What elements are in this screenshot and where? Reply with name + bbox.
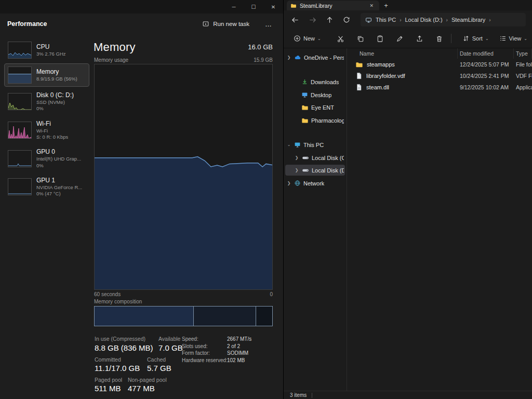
minimize-button[interactable]: ─	[224, 0, 244, 14]
breadcrumb-this-pc[interactable]: This PC	[376, 17, 396, 23]
delete-button[interactable]	[432, 32, 447, 45]
sort-button[interactable]: Sort ⌄	[459, 32, 493, 45]
nav-item-this-pc[interactable]: ⌄ This PC	[285, 139, 345, 150]
cached-label: Cached	[147, 356, 166, 363]
chevron-down-icon: ⌄	[485, 36, 489, 41]
nav-label: Local Disk (C:)	[312, 155, 344, 161]
up-button[interactable]	[324, 14, 335, 26]
column-header-row: Name Date modified Type	[347, 48, 532, 59]
nav-item-network[interactable]: ❯ Network	[285, 178, 345, 189]
more-options-button[interactable]: …	[261, 18, 276, 30]
view-button[interactable]: View ⌄	[496, 32, 531, 45]
maximize-button[interactable]: ☐	[244, 0, 263, 14]
cut-button[interactable]	[333, 32, 348, 45]
file-row-steam-dll[interactable]: steam.dll 9/12/2025 10:02 AM Application	[347, 82, 532, 93]
file-icon	[355, 72, 363, 79]
sidebar-item-disk0[interactable]: Disk 0 (C: D:) SSD (NVMe) 0%	[4, 88, 89, 115]
folder-icon	[301, 117, 309, 124]
sidebar-gpu0-sub2: 0%	[36, 163, 81, 169]
column-header-type[interactable]: Type	[514, 48, 532, 59]
download-icon	[301, 78, 308, 85]
chevron-down-icon: ⌄	[524, 36, 527, 41]
sidebar-wifi-sub2: S: 0 R: 0 Kbps	[36, 134, 68, 140]
nav-item-pharmacology[interactable]: Pharmacology	[285, 115, 345, 126]
non-paged-pool-value: 477 MB	[128, 384, 155, 393]
tab-close-button[interactable]: ✕	[367, 3, 376, 9]
column-header-date-modified[interactable]: Date modified	[458, 48, 514, 59]
x-axis-left-label: 60 seconds	[94, 291, 121, 297]
new-tab-button[interactable]: +	[379, 1, 393, 10]
rename-button[interactable]	[392, 32, 407, 45]
committed-label: Committed	[95, 356, 121, 363]
memory-capacity: 16.0 GB	[248, 43, 273, 51]
sidebar-item-gpu1[interactable]: GPU 1 NVIDIA GeForce R... 0% (47 °C)	[4, 174, 89, 201]
gpu1-mini-graph	[8, 178, 32, 195]
run-new-task-button[interactable]: Run new task	[198, 18, 254, 30]
chevron-right-icon: ❯	[294, 155, 299, 160]
copy-button[interactable]	[353, 32, 368, 45]
paste-button[interactable]	[373, 32, 388, 45]
nav-item-local-disk-d[interactable]: ❯ Local Disk (D:)	[285, 165, 345, 176]
file-name: steamapps	[367, 61, 395, 68]
file-row-steamapps[interactable]: steamapps 12/24/2025 5:07 PM File folder	[347, 59, 532, 70]
file-type: Application	[514, 84, 532, 90]
back-button[interactable]	[290, 14, 300, 26]
slots-value: 2 of 2	[227, 343, 240, 349]
refresh-button[interactable]	[341, 14, 352, 26]
disk-drive-icon	[302, 154, 309, 162]
file-explorer-window: SteamLibrary ✕ + This PC › Local Dis	[283, 0, 532, 399]
file-row-libraryfolder-vdf[interactable]: libraryfolder.vdf 10/24/2025 2:41 PM VDF…	[347, 70, 532, 82]
column-header-name[interactable]: Name	[347, 48, 458, 59]
forward-button[interactable]	[307, 14, 317, 26]
view-icon	[499, 35, 507, 42]
file-type: VDF File	[514, 73, 532, 79]
committed-value: 11.1/17.0 GB	[95, 364, 140, 373]
hardware-reserved-label: Hardware reserved:	[182, 357, 227, 363]
desktop: ─ ☐ ✕ Performance Run new task … CPU 3% …	[0, 0, 532, 399]
cut-icon	[337, 35, 344, 43]
explorer-body: ❯ OneDrive - Personal Downloads Desktop …	[284, 48, 532, 391]
nav-item-onedrive[interactable]: ❯ OneDrive - Personal	[285, 52, 345, 63]
nav-item-local-disk-c[interactable]: ❯ Local Disk (C:)	[285, 152, 345, 163]
chevron-right-icon: ❯	[286, 181, 291, 185]
nav-item-desktop[interactable]: Desktop	[285, 89, 345, 100]
speed-label: Speed:	[182, 336, 227, 342]
file-list: Name Date modified Type steamapps 12/24/…	[347, 48, 532, 391]
this-pc-icon	[294, 141, 301, 148]
nav-item-eye-ent[interactable]: Eye ENT	[285, 102, 345, 113]
memory-usage-label: Memory usage	[94, 57, 128, 63]
breadcrumb-local-disk-d[interactable]: Local Disk (D:)	[405, 17, 442, 23]
paged-pool-label: Paged pool	[95, 377, 122, 383]
file-name: steam.dll	[366, 84, 389, 90]
sidebar-disk0-sub1: SSD (NVMe)	[36, 99, 74, 105]
memory-scale-top: 15.9 GB	[254, 57, 273, 63]
tab-steamlibrary[interactable]: SteamLibrary ✕	[287, 1, 379, 10]
explorer-toolbar: New ⌄	[284, 29, 532, 48]
nav-label: This PC	[303, 142, 324, 148]
file-name: libraryfolder.vdf	[366, 73, 405, 79]
chevron-right-icon: ›	[400, 17, 401, 23]
chevron-right-icon: ❯	[286, 55, 291, 60]
cached-value: 5.7 GB	[147, 364, 171, 373]
nav-item-downloads[interactable]: Downloads	[285, 76, 345, 87]
run-new-task-label: Run new task	[213, 21, 249, 27]
form-factor-value: SODIMM	[227, 350, 248, 356]
sidebar-memory-sub: 8.9/15.9 GB (56%)	[36, 76, 77, 82]
sidebar-item-cpu[interactable]: CPU 3% 2.76 GHz	[4, 38, 89, 62]
close-button[interactable]: ✕	[263, 0, 283, 14]
folder-icon	[301, 104, 309, 111]
sidebar-item-memory[interactable]: Memory 8.9/15.9 GB (56%)	[4, 63, 89, 87]
share-button[interactable]	[412, 32, 427, 45]
memory-composition-segment-in-use	[95, 307, 193, 326]
non-paged-pool-label: Non-paged pool	[128, 377, 167, 383]
sidebar-item-gpu0[interactable]: GPU 0 Intel(R) UHD Grap... 0%	[4, 145, 89, 172]
breadcrumb-steamlibrary[interactable]: SteamLibrary	[451, 17, 485, 23]
new-button[interactable]: New ⌄	[290, 32, 325, 45]
performance-sidebar: CPU 3% 2.76 GHz Memory 8.9/15.9 GB (56%)	[4, 38, 89, 202]
copy-icon	[356, 35, 364, 43]
detail-slots: Slots used: 2 of 2	[182, 343, 240, 349]
sidebar-item-wifi[interactable]: Wi-Fi Wi-Fi S: 0 R: 0 Kbps	[4, 117, 89, 144]
sidebar-gpu1-sub1: NVIDIA GeForce R...	[36, 184, 82, 191]
gpu0-mini-graph	[8, 150, 32, 167]
memory-mini-graph	[8, 66, 32, 84]
